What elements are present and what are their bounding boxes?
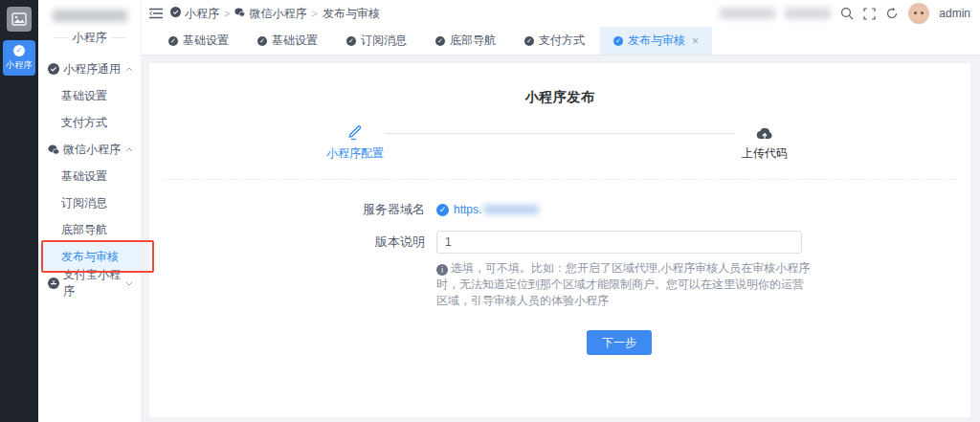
cloud-upload-icon bbox=[755, 122, 774, 141]
wechat-icon bbox=[234, 7, 245, 20]
chevron-up-icon bbox=[125, 67, 133, 72]
wechat-icon bbox=[48, 144, 59, 155]
form-row-server-domain: 服务器域名 ✓ https. bbox=[149, 201, 970, 218]
tab-icon: ✓ bbox=[613, 36, 623, 46]
tab-bottom-nav[interactable]: ✓底部导航 bbox=[422, 27, 509, 55]
form-row-actions: 下一步 bbox=[149, 330, 970, 355]
step-upload-code: 上传代码 bbox=[735, 122, 794, 162]
fullscreen-icon[interactable] bbox=[863, 8, 876, 20]
tab-basic-settings-2[interactable]: ✓基础设置 bbox=[244, 27, 331, 55]
form-row-hint: i选填，可不填。比如：您开启了区域代理,小程序审核人员在审核小程序时，无法知道定… bbox=[149, 260, 970, 309]
chevron-down-icon bbox=[125, 281, 133, 286]
image-placeholder-icon bbox=[11, 12, 27, 26]
sidebar-item-wechat-basic-settings[interactable]: 基础设置 bbox=[38, 163, 141, 189]
divider bbox=[55, 37, 68, 38]
tab-bar: ✓基础设置 ✓基础设置 ✓订阅消息 ✓底部导航 ✓支付方式 ✓ 发布与审核 × bbox=[142, 27, 980, 56]
publish-form: 服务器域名 ✓ https. 版本说明 i选填， bbox=[149, 201, 970, 355]
sidebar-item-label: 底部导航 bbox=[61, 222, 107, 238]
sidebar-item-alipay-miniprogram[interactable]: 支付宝小程序 bbox=[38, 270, 141, 297]
breadcrumb-item-miniprogram[interactable]: 小程序 bbox=[170, 6, 219, 22]
sidebar-item-miniprogram-common[interactable]: 小程序通用 bbox=[38, 56, 141, 82]
sidebar-item-label: 支付方式 bbox=[61, 115, 107, 131]
tab-subscribe-message[interactable]: ✓订阅消息 bbox=[333, 27, 420, 55]
redacted-domain bbox=[483, 205, 539, 214]
header-actions: admin bbox=[720, 3, 970, 24]
breadcrumb-item-wechat-miniprogram[interactable]: 微信小程序 bbox=[234, 6, 306, 22]
form-row-version: 版本说明 bbox=[149, 231, 970, 254]
info-circle-icon: i bbox=[436, 264, 448, 276]
version-label: 版本说明 bbox=[149, 233, 436, 251]
server-domain-value: ✓ https. bbox=[436, 203, 802, 216]
sidebar-item-label: 基础设置 bbox=[61, 168, 107, 185]
tab-icon: ✓ bbox=[257, 36, 267, 46]
store-logo-redacted bbox=[53, 10, 127, 22]
menu-fold-icon[interactable] bbox=[147, 6, 165, 21]
app-logo[interactable] bbox=[7, 7, 32, 32]
tab-icon: ✓ bbox=[346, 36, 356, 46]
top-header: 小程序 > 微信小程序 > 发布与审核 ad bbox=[142, 0, 980, 27]
publish-card: 小程序发布 小程序配置 上传代码 bbox=[149, 63, 970, 417]
sidebar-item-label: 发布与审核 bbox=[61, 249, 119, 265]
sidebar-item-publish-review[interactable]: 发布与审核 bbox=[38, 243, 141, 270]
check-circle-icon bbox=[170, 7, 181, 20]
sidebar-section-title: 小程序 bbox=[38, 30, 141, 46]
divider bbox=[112, 37, 125, 38]
alipay-icon bbox=[48, 278, 59, 289]
sidebar-item-payment-method[interactable]: 支付方式 bbox=[38, 109, 141, 136]
server-domain-label: 服务器域名 bbox=[149, 201, 436, 218]
user-avatar[interactable] bbox=[908, 3, 929, 24]
tab-icon: ✓ bbox=[524, 36, 534, 46]
next-step-button[interactable]: 下一步 bbox=[587, 330, 652, 355]
pencil-edit-icon bbox=[346, 122, 364, 141]
dashed-divider bbox=[163, 179, 957, 180]
sidebar-item-label: 基础设置 bbox=[61, 88, 107, 104]
step-label: 上传代码 bbox=[742, 145, 788, 162]
server-domain-link[interactable]: https. bbox=[454, 203, 481, 216]
sidebar-menu: 小程序通用 基础设置 支付方式 微信小程序 基础设置 订阅消息 底部导航 发布与… bbox=[38, 56, 141, 297]
tab-basic-settings[interactable]: ✓基础设置 bbox=[155, 27, 242, 55]
redacted-text bbox=[720, 8, 775, 19]
tab-payment-method[interactable]: ✓支付方式 bbox=[511, 27, 598, 55]
sidebar-item-label: 订阅消息 bbox=[61, 195, 107, 211]
version-hint: i选填，可不填。比如：您开启了区域代理,小程序审核人员在审核小程序时，无法知道定… bbox=[436, 260, 812, 309]
breadcrumb: 小程序 > 微信小程序 > 发布与审核 bbox=[170, 6, 380, 22]
main-area: 小程序 > 微信小程序 > 发布与审核 ad bbox=[142, 0, 980, 422]
sidebar-item-wechat-miniprogram[interactable]: 微信小程序 bbox=[38, 136, 141, 163]
redacted-text bbox=[785, 8, 831, 19]
tab-icon: ✓ bbox=[168, 36, 178, 46]
sidebar: 小程序 小程序通用 基础设置 支付方式 微信小程序 基础设置 订阅消息 底部导航… bbox=[38, 0, 142, 422]
sidebar-item-basic-settings[interactable]: 基础设置 bbox=[38, 82, 141, 109]
rail-item-miniprogram[interactable]: ✓ 小程序 bbox=[3, 40, 35, 76]
breadcrumb-separator: > bbox=[311, 8, 317, 19]
steps: 小程序配置 上传代码 bbox=[325, 122, 794, 162]
sidebar-item-subscribe-message[interactable]: 订阅消息 bbox=[38, 189, 141, 216]
sidebar-section-label: 小程序 bbox=[73, 30, 107, 46]
username: admin bbox=[939, 7, 970, 20]
sidebar-item-bottom-nav[interactable]: 底部导航 bbox=[38, 216, 141, 243]
check-circle-blue-icon: ✓ bbox=[436, 204, 449, 216]
step-miniprogram-config: 小程序配置 bbox=[325, 122, 385, 162]
step-label: 小程序配置 bbox=[326, 145, 384, 162]
version-input[interactable] bbox=[436, 231, 802, 254]
refresh-icon[interactable] bbox=[885, 7, 899, 20]
rail-item-label: 小程序 bbox=[6, 59, 33, 72]
chevron-up-icon bbox=[125, 147, 133, 152]
step-connector bbox=[385, 133, 735, 134]
page-content: 小程序发布 小程序配置 上传代码 bbox=[142, 56, 980, 422]
breadcrumb-item-publish-review: 发布与审核 bbox=[323, 6, 380, 22]
tab-publish-review[interactable]: ✓ 发布与审核 × bbox=[600, 27, 712, 55]
app-rail: ✓ 小程序 bbox=[0, 0, 38, 422]
miniprogram-icon: ✓ bbox=[13, 45, 25, 56]
page-title: 小程序发布 bbox=[149, 89, 970, 106]
tab-close-icon[interactable]: × bbox=[692, 34, 699, 48]
sidebar-item-label: 小程序通用 bbox=[63, 61, 121, 78]
search-icon[interactable] bbox=[840, 7, 854, 20]
sidebar-item-label: 支付宝小程序 bbox=[63, 267, 122, 300]
tab-icon: ✓ bbox=[435, 36, 445, 46]
check-circle-icon bbox=[48, 63, 59, 75]
sidebar-item-label: 微信小程序 bbox=[63, 142, 121, 158]
breadcrumb-separator: > bbox=[224, 8, 230, 19]
